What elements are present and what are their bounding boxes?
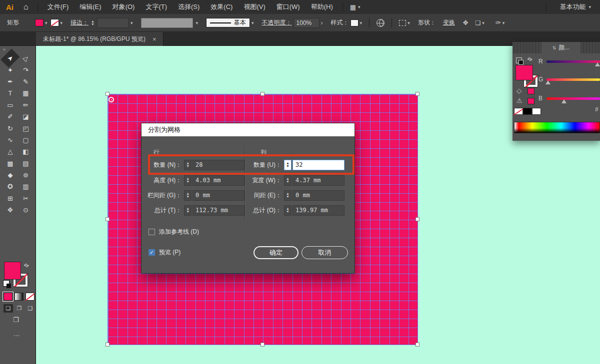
color-panel-tab[interactable]: ⇅ 颜... [542,42,580,53]
red-slider-handle[interactable] [595,62,600,66]
rectangular-grid-tool[interactable]: ▦ [18,87,34,99]
row-total-input[interactable] [192,205,244,216]
isolate-selection-icon[interactable]: ✑ [496,19,501,26]
out-of-gamut-color-swatch[interactable] [528,88,534,94]
scale-tool[interactable]: ◰ [18,122,34,134]
add-guides-checkbox[interactable] [148,229,155,235]
menu-object[interactable]: 对象(O) [107,0,140,14]
stroke-color-picker[interactable]: ▾ [50,19,63,26]
menu-file[interactable]: 文件(F) [42,0,74,14]
document-setup-globe-icon[interactable] [376,19,384,27]
selection-handle-bottom-center[interactable] [260,343,264,347]
rotate-tool[interactable]: ↻ [2,122,18,134]
blue-channel-slider[interactable] [546,97,600,100]
menu-type[interactable]: 文字(T) [140,0,172,14]
document-tab[interactable]: 未标题-1* @ 86.15% (RGB/GPU 预览) × [36,32,164,46]
green-channel-slider[interactable] [546,78,600,81]
selection-handle-mid-right[interactable] [416,217,420,221]
selection-handle-bottom-right[interactable] [416,343,420,347]
preview-checkbox[interactable]: ✓ [148,249,155,256]
eyedropper-tool[interactable]: ◆ [2,169,18,181]
hand-tool[interactable]: ✥ [2,204,18,216]
selection-handle-top-right[interactable] [416,92,420,96]
stroke-weight-value[interactable] [97,18,129,28]
home-icon[interactable]: ⌂ [18,2,34,11]
graphic-style-swatch[interactable] [350,19,358,26]
edit-toolbar-icon[interactable]: ⋯ [14,332,20,339]
opacity-expand-icon[interactable]: › [321,19,323,26]
zoom-tool[interactable]: ⊙ [18,204,34,216]
color-spectrum-bar[interactable] [514,122,600,133]
col-total-stepper[interactable]: ▲▼ [284,205,292,216]
row-gutter-stepper[interactable]: ▲▼ [184,190,192,201]
free-transform-tool[interactable]: ▢ [18,134,34,146]
out-of-gamut-cube-icon[interactable]: ◇ [516,87,522,94]
col-total-input[interactable] [292,205,344,216]
stroke-none-swatch[interactable] [50,19,59,26]
menu-help[interactable]: 帮助(H) [306,0,338,14]
draw-inside-mode-button[interactable]: ❑ [26,304,35,313]
transform-link[interactable]: 变换 [443,18,455,27]
red-channel-slider[interactable] [546,60,600,63]
perspective-grid-tool[interactable]: △ [2,146,18,157]
none-mode-button[interactable] [26,293,34,301]
menu-select[interactable]: 选择(S) [172,0,205,14]
magic-wand-tool[interactable]: ✦ [2,64,18,75]
row-height-input[interactable] [192,175,244,186]
pen-tool[interactable]: ✒ [2,76,18,87]
dialog-title-bar[interactable]: 分割为网格 [142,123,354,136]
default-fill-stroke-icon[interactable] [516,57,522,63]
curvature-tool[interactable]: ✎ [18,76,34,87]
swap-fill-stroke-icon[interactable]: ⇄ [526,55,534,63]
menu-window[interactable]: 窗口(W) [271,0,306,14]
shaper-tool[interactable]: ✐ [2,111,18,122]
web-safe-color-swatch[interactable] [528,98,534,104]
row-total-stepper[interactable]: ▲▼ [184,205,192,216]
none-swatch[interactable] [514,108,523,115]
fill-swatch[interactable] [35,19,44,26]
green-slider-handle[interactable] [546,80,550,84]
shape-builder-tool[interactable]: ◧ [18,146,34,157]
row-height-stepper[interactable]: ▲▼ [184,175,192,186]
stroke-weight-stepper[interactable]: ▲▼ [90,20,96,26]
workspace-switcher[interactable]: 基本功能 ▾ [550,2,600,11]
menu-edit[interactable]: 编辑(E) [74,0,106,14]
col-gutter-stepper[interactable]: ▲▼ [284,190,292,201]
mesh-tool[interactable]: ▩ [2,158,18,169]
col-gutter-input[interactable] [292,190,344,201]
gradient-mode-button[interactable] [14,293,24,301]
menu-view[interactable]: 视图(V) [238,0,270,14]
default-fill-stroke-icon[interactable] [3,280,10,287]
column-graph-tool[interactable]: ▥ [18,181,34,192]
collapse-panel-icon[interactable]: « [3,47,5,52]
gradient-tool[interactable]: ▤ [18,158,34,169]
lasso-tool[interactable]: ↷ [18,64,34,75]
stroke-weight-label[interactable]: 描边： [70,18,88,27]
white-swatch[interactable] [532,108,541,115]
menu-effect[interactable]: 效果(C) [205,0,238,14]
eraser-tool[interactable]: ◪ [18,111,34,122]
ok-button[interactable]: 确定 [254,246,298,259]
arrange-documents-button[interactable]: ▦ ▾ [350,3,360,11]
slice-tool[interactable]: ✂ [18,193,34,204]
col-width-stepper[interactable]: ▲▼ [284,175,292,186]
symbol-sprayer-tool[interactable]: ✪ [2,181,18,192]
width-tool[interactable]: ∿ [2,134,18,146]
col-width-input[interactable] [292,175,344,186]
black-swatch[interactable] [523,108,532,115]
change-screen-mode-icon[interactable]: ❐ [13,316,19,324]
blue-slider-handle[interactable] [562,99,566,103]
paintbrush-tool[interactable]: ✏ [18,99,34,111]
variable-width-profile-dropdown[interactable]: 基本 [206,18,250,27]
select-similar-control[interactable]: ▾ [399,20,410,26]
opacity-value[interactable]: 100% [294,18,320,28]
close-tab-icon[interactable]: × [152,35,156,43]
draw-behind-mode-button[interactable]: ❐ [14,304,24,313]
swap-fill-stroke-icon[interactable]: ⇄ [22,262,30,270]
illustrator-logo[interactable]: Ai [0,3,18,11]
arrange-icon[interactable]: ❏ [476,19,481,26]
cancel-button[interactable]: 取消 [302,246,348,259]
panel-fill-swatch[interactable] [516,65,533,80]
blend-tool[interactable]: ⊚ [18,169,34,181]
type-tool[interactable]: T [2,87,18,99]
